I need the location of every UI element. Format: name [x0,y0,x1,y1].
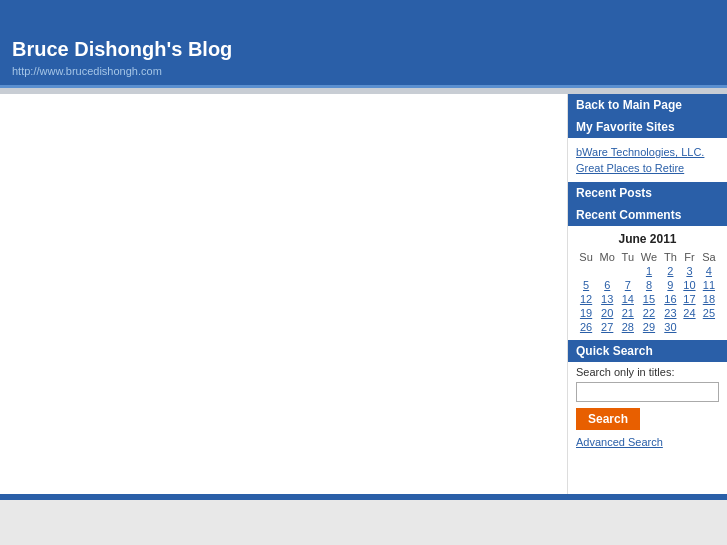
calendar-day-cell[interactable]: 5 [576,278,596,292]
calendar-day-cell[interactable]: 13 [596,292,618,306]
favorite-link-2[interactable]: Great Places to Retire [576,162,719,174]
calendar-day-cell[interactable]: 21 [618,306,637,320]
calendar-day-cell [596,264,618,278]
back-to-main-link[interactable]: Back to Main Page [576,98,682,112]
calendar-week-row: 19202122232425 [576,306,719,320]
calendar-day-link[interactable]: 29 [643,321,655,333]
calendar-day-cell[interactable]: 28 [618,320,637,334]
calendar-day-link[interactable]: 25 [703,307,715,319]
calendar-day-header: Sa [699,250,719,264]
calendar-day-cell[interactable]: 7 [618,278,637,292]
calendar-day-cell [699,320,719,334]
calendar-day-cell[interactable]: 18 [699,292,719,306]
calendar-day-link[interactable]: 27 [601,321,613,333]
calendar-day-cell [618,264,637,278]
calendar-table: SuMoTuWeThFrSa 1234567891011121314151617… [576,250,719,334]
calendar-day-link[interactable]: 19 [580,307,592,319]
calendar-day-cell[interactable]: 20 [596,306,618,320]
calendar-title: June 2011 [576,232,719,246]
calendar-day-link[interactable]: 15 [643,293,655,305]
calendar-day-cell[interactable]: 4 [699,264,719,278]
calendar-day-header: Tu [618,250,637,264]
calendar-day-cell[interactable]: 23 [661,306,680,320]
calendar-day-cell[interactable]: 6 [596,278,618,292]
calendar-day-link[interactable]: 3 [686,265,692,277]
content-area: Back to Main Page My Favorite Sites bWar… [0,94,727,494]
calendar-header-row: SuMoTuWeThFrSa [576,250,719,264]
calendar-day-header: We [637,250,660,264]
blog-url: http://www.brucedishongh.com [12,65,715,77]
calendar-day-link[interactable]: 1 [646,265,652,277]
top-bar [0,0,727,28]
calendar-week-row: 12131415161718 [576,292,719,306]
calendar-day-link[interactable]: 18 [703,293,715,305]
calendar-day-cell[interactable]: 27 [596,320,618,334]
calendar-day-link[interactable]: 23 [664,307,676,319]
calendar-day-link[interactable]: 10 [683,279,695,291]
calendar-day-link[interactable]: 5 [583,279,589,291]
calendar-day-cell[interactable]: 2 [661,264,680,278]
advanced-search-link[interactable]: Advanced Search [576,436,719,448]
recent-comments-header: Recent Comments [568,204,727,226]
blog-title: Bruce Dishongh's Blog [12,38,715,61]
search-input[interactable] [576,382,719,402]
calendar-day-cell[interactable]: 1 [637,264,660,278]
calendar-day-cell[interactable]: 11 [699,278,719,292]
calendar-day-link[interactable]: 17 [683,293,695,305]
header: Bruce Dishongh's Blog http://www.brucedi… [0,28,727,88]
calendar-day-cell[interactable]: 10 [680,278,699,292]
calendar-day-cell[interactable]: 15 [637,292,660,306]
calendar-day-cell[interactable]: 25 [699,306,719,320]
calendar-day-link[interactable]: 24 [683,307,695,319]
back-to-main-header: Back to Main Page [568,94,727,116]
calendar-day-cell[interactable]: 26 [576,320,596,334]
main-content [0,94,567,494]
calendar-day-cell[interactable]: 9 [661,278,680,292]
calendar-day-cell[interactable]: 17 [680,292,699,306]
calendar-day-link[interactable]: 11 [703,279,715,291]
recent-posts-header: Recent Posts [568,182,727,204]
calendar-day-link[interactable]: 30 [664,321,676,333]
calendar-day-cell[interactable]: 12 [576,292,596,306]
calendar-day-link[interactable]: 21 [622,307,634,319]
calendar-day-link[interactable]: 8 [646,279,652,291]
calendar-day-header: Su [576,250,596,264]
calendar-day-link[interactable]: 9 [667,279,673,291]
calendar-day-cell[interactable]: 30 [661,320,680,334]
favorites-header: My Favorite Sites [568,116,727,138]
calendar-day-cell[interactable]: 24 [680,306,699,320]
calendar-day-header: Fr [680,250,699,264]
calendar-day-link[interactable]: 4 [706,265,712,277]
favorites-links: bWare Technologies, LLC. Great Places to… [568,138,727,182]
calendar-day-link[interactable]: 20 [601,307,613,319]
calendar-day-link[interactable]: 22 [643,307,655,319]
calendar-week-row: 2627282930 [576,320,719,334]
calendar-day-link[interactable]: 28 [622,321,634,333]
calendar-week-row: 1234 [576,264,719,278]
calendar-day-cell[interactable]: 14 [618,292,637,306]
calendar-body: 1234567891011121314151617181920212223242… [576,264,719,334]
calendar-day-link[interactable]: 13 [601,293,613,305]
calendar-day-link[interactable]: 16 [664,293,676,305]
calendar-day-link[interactable]: 6 [604,279,610,291]
calendar-day-cell[interactable]: 8 [637,278,660,292]
calendar-day-link[interactable]: 26 [580,321,592,333]
calendar-day-header: Mo [596,250,618,264]
calendar-day-link[interactable]: 2 [667,265,673,277]
calendar-day-cell[interactable]: 19 [576,306,596,320]
calendar-day-link[interactable]: 14 [622,293,634,305]
calendar-day-cell[interactable]: 16 [661,292,680,306]
calendar-day-cell[interactable]: 3 [680,264,699,278]
calendar: June 2011 SuMoTuWeThFrSa 123456789101112… [568,226,727,340]
search-button[interactable]: Search [576,408,640,430]
calendar-day-cell[interactable]: 29 [637,320,660,334]
calendar-day-link[interactable]: 12 [580,293,592,305]
calendar-day-cell[interactable]: 22 [637,306,660,320]
calendar-week-row: 567891011 [576,278,719,292]
sidebar: Back to Main Page My Favorite Sites bWar… [567,94,727,494]
search-sublabel: Search only in titles: [576,366,719,378]
calendar-day-link[interactable]: 7 [625,279,631,291]
footer-bar [0,494,727,500]
calendar-day-cell [576,264,596,278]
favorite-link-1[interactable]: bWare Technologies, LLC. [576,146,719,158]
